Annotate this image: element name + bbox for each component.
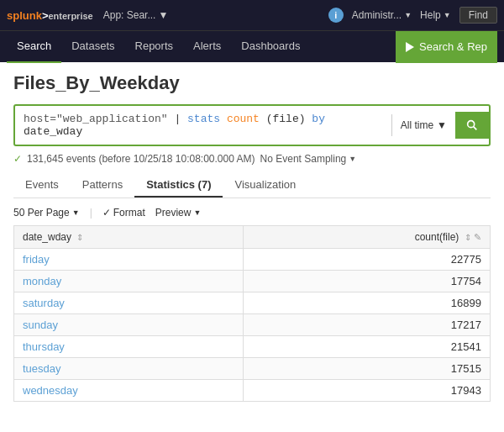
top-navbar: splunk>enterprise App: Sear... ▼ i Admin…	[0, 0, 504, 30]
table-row: saturday16899	[14, 292, 491, 314]
tab-visualization[interactable]: Visualization	[223, 173, 307, 198]
cell-date-wday[interactable]: monday	[14, 271, 244, 292]
col-edit-icon[interactable]: ✎	[474, 232, 481, 242]
search-rep-button[interactable]: Search & Rep	[396, 31, 497, 63]
query-text: host="web_application" | stats count (fi…	[24, 113, 325, 138]
cell-count-file: 17754	[244, 271, 491, 292]
results-toolbar: 50 Per Page ▼ | ✓ Format Preview ▼	[13, 207, 491, 219]
cell-count-file: 17217	[244, 314, 491, 336]
search-query-display[interactable]: host="web_application" | stats count (fi…	[15, 106, 391, 145]
top-nav-right: i Administr... ▼ Help ▼ Find	[328, 7, 497, 24]
cell-date-wday[interactable]: saturday	[14, 292, 244, 314]
cell-count-file: 21541	[244, 336, 491, 358]
result-tabs: Events Patterns Statistics (7) Visualiza…	[13, 173, 491, 198]
cell-count-file: 17515	[244, 358, 491, 380]
col-header-count-file[interactable]: count(file) ⇕ ✎	[244, 226, 491, 249]
format-button[interactable]: ✓ Format	[102, 207, 145, 219]
table-row: tuesday17515	[14, 358, 491, 380]
secondary-navbar: Search Datasets Reports Alerts Dashboard…	[0, 30, 504, 62]
cell-count-file: 17943	[244, 380, 491, 402]
app-selector-label: App: Sear...	[103, 9, 156, 21]
cell-count-file: 22775	[244, 249, 491, 271]
page-title: Files_By_Weekday	[13, 72, 491, 94]
nav-search[interactable]: Search	[7, 31, 61, 63]
time-arrow: ▼	[437, 119, 447, 131]
time-range-selector[interactable]: All time ▼	[391, 114, 455, 136]
sort-icon-date-wday: ⇕	[76, 233, 83, 242]
table-row: thursday21541	[14, 336, 491, 358]
search-bar[interactable]: host="web_application" | stats count (fi…	[13, 104, 491, 146]
nav-datasets[interactable]: Datasets	[61, 31, 124, 63]
main-content: Files_By_Weekday host="web_application" …	[0, 62, 504, 412]
search-go-button[interactable]	[455, 112, 489, 139]
cell-date-wday[interactable]: friday	[14, 249, 244, 271]
info-icon: i	[328, 8, 344, 23]
table-header-row: date_wday ⇕ count(file) ⇕ ✎	[14, 226, 491, 249]
check-icon: ✓	[13, 153, 22, 165]
help-menu[interactable]: Help ▼	[420, 9, 451, 21]
per-page-selector[interactable]: 50 Per Page ▼	[13, 207, 80, 219]
results-table: date_wday ⇕ count(file) ⇕ ✎ friday22775m…	[13, 225, 491, 402]
cell-date-wday[interactable]: tuesday	[14, 358, 244, 380]
tab-patterns[interactable]: Patterns	[71, 173, 134, 198]
table-body: friday22775monday17754saturday16899sunda…	[14, 249, 491, 402]
table-row: wednesday17943	[14, 380, 491, 402]
nav-alerts[interactable]: Alerts	[183, 31, 231, 63]
search-magnifier-icon	[465, 119, 479, 132]
tab-events[interactable]: Events	[13, 173, 71, 198]
cell-count-file: 16899	[244, 292, 491, 314]
sec-nav-right: Search & Rep	[396, 31, 497, 63]
nav-dashboards[interactable]: Dashboards	[231, 31, 310, 63]
preview-button[interactable]: Preview ▼	[155, 207, 202, 219]
app-selector-arrow: ▼	[158, 9, 168, 21]
find-button[interactable]: Find	[459, 7, 497, 24]
admin-menu[interactable]: Administr... ▼	[352, 9, 412, 21]
cell-date-wday[interactable]: wednesday	[14, 380, 244, 402]
app-selector[interactable]: App: Sear... ▼	[103, 9, 169, 21]
nav-reports[interactable]: Reports	[125, 31, 184, 63]
table-row: friday22775	[14, 249, 491, 271]
events-info-bar: ✓ 131,645 events (before 10/25/18 10:08:…	[13, 153, 491, 165]
table-row: sunday17217	[14, 314, 491, 336]
play-icon	[406, 42, 414, 52]
splunk-logo: splunk>enterprise	[7, 9, 93, 22]
table-row: monday17754	[14, 271, 491, 292]
tab-statistics[interactable]: Statistics (7)	[134, 173, 223, 198]
cell-date-wday[interactable]: sunday	[14, 314, 244, 336]
sort-icon-count-file: ⇕	[465, 233, 471, 242]
no-sampling-label[interactable]: No Event Sampling ▼	[260, 153, 357, 165]
cell-date-wday[interactable]: thursday	[14, 336, 244, 358]
events-count: 131,645 events (before 10/25/18 10:08:00…	[27, 153, 255, 165]
col-header-date-wday[interactable]: date_wday ⇕	[14, 226, 244, 249]
